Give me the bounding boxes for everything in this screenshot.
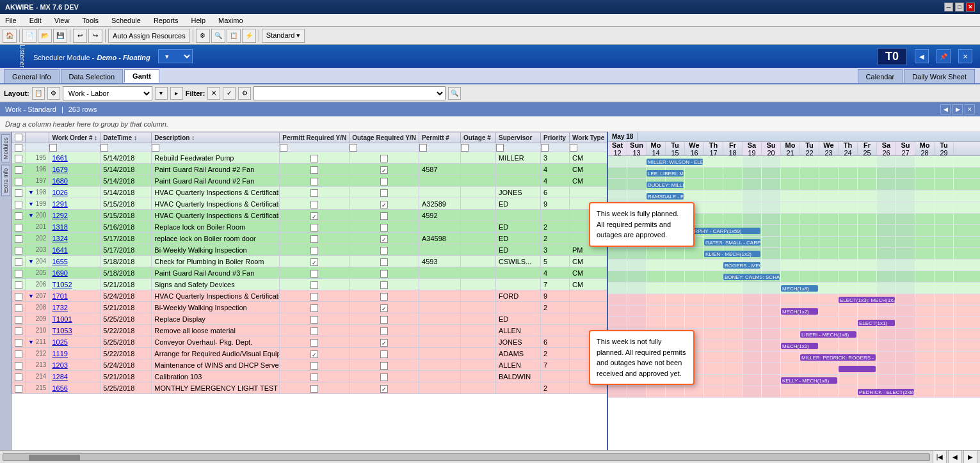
row-permit-req[interactable]: [280, 210, 349, 221]
outage-checkbox[interactable]: [380, 201, 388, 208]
row-checkbox[interactable]: [15, 235, 22, 243]
gantt-bar[interactable]: LIBERI - MECH(1x8): [800, 331, 856, 338]
table-row[interactable]: 213 1203 5/24/2018 Maintenance of WINS a…: [12, 359, 607, 371]
listener-tab[interactable]: Listener: [8, 45, 26, 68]
gantt-bar[interactable]: ROGERS - MECH(1x5): [723, 262, 760, 269]
extra-info-tab[interactable]: Extra Info: [1, 165, 10, 196]
row-outage-req[interactable]: [349, 198, 419, 210]
gantt-bar[interactable]: ELECT(1x1): [858, 320, 895, 326]
permit-checkbox[interactable]: [310, 327, 318, 335]
window-controls[interactable]: ─ □ ✕: [944, 3, 975, 12]
filter-icon3[interactable]: ⚙: [238, 87, 251, 100]
toolbar-redo[interactable]: ↪: [88, 29, 102, 43]
table-row[interactable]: 195 1661 5/14/2018 Rebuild Feedwater Pum…: [12, 152, 607, 164]
menu-help[interactable]: Help: [188, 15, 208, 26]
row-checkbox[interactable]: [15, 304, 22, 312]
filter-checkbox-supervisor[interactable]: [496, 144, 504, 152]
gantt-bar[interactable]: MILLER: WILSON - ELECT(1x10); MECH(1x20): [647, 159, 703, 165]
scroll-start[interactable]: |◀: [933, 450, 947, 464]
outage-checkbox[interactable]: [380, 270, 388, 278]
table-row[interactable]: 197 1680 5/14/2018 Paint Guard Rail Arou…: [12, 175, 607, 187]
row-outage-req[interactable]: [349, 244, 419, 256]
outage-checkbox[interactable]: [380, 235, 388, 243]
expand-btn[interactable]: ▼: [28, 201, 34, 207]
row-outage-req[interactable]: [349, 175, 419, 187]
filter-checkbox-permit[interactable]: [419, 144, 427, 152]
permit-checkbox[interactable]: [310, 189, 318, 197]
expand-btn[interactable]: ▼: [28, 258, 34, 265]
menu-maximo[interactable]: Maximo: [216, 15, 246, 26]
row-wo[interactable]: 1732: [49, 302, 100, 313]
row-wo[interactable]: T1001: [49, 313, 100, 325]
row-checkbox[interactable]: [15, 178, 22, 185]
filter-checkbox-outage[interactable]: [461, 144, 469, 152]
toolbar-home[interactable]: 🏠: [3, 29, 17, 43]
gantt-bar[interactable]: GATES: SMALL - CARP(2x2): [704, 239, 760, 246]
table-row[interactable]: 202 1324 5/17/2018 replace lock on Boile…: [12, 233, 607, 244]
permit-checkbox[interactable]: [310, 155, 318, 162]
layout-icon3[interactable]: ▾: [155, 87, 168, 100]
table-row[interactable]: ▼ 207 1701 5/24/2018 HVAC Quarterly Insp…: [12, 290, 607, 302]
menu-edit[interactable]: Edit: [27, 15, 44, 26]
row-checkbox[interactable]: [15, 155, 22, 162]
row-wo[interactable]: T1052: [49, 279, 100, 290]
row-checkbox[interactable]: [15, 281, 22, 289]
col-outage[interactable]: Outage #: [461, 132, 496, 143]
layout-icon4[interactable]: ▸: [170, 87, 183, 100]
row-permit-req[interactable]: [280, 290, 349, 302]
gantt-bar[interactable]: [839, 366, 876, 372]
row-outage-req[interactable]: [349, 187, 419, 198]
row-permit-req[interactable]: [280, 313, 349, 325]
col-date[interactable]: DateTime ↕: [100, 132, 152, 143]
row-permit-req[interactable]: [280, 152, 349, 164]
row-checkbox[interactable]: [15, 339, 22, 347]
expand-btn[interactable]: ▼: [28, 189, 34, 196]
filter-checkbox-wo[interactable]: [49, 144, 57, 152]
tab-general-info[interactable]: General Info: [4, 69, 60, 83]
table-row[interactable]: 215 1656 5/25/2018 MONTHLY EMERGENCY LIG…: [12, 382, 607, 394]
row-checkbox[interactable]: [15, 385, 22, 393]
row-wo[interactable]: 1292: [49, 210, 100, 221]
table-row[interactable]: 212 1119 5/22/2018 Arrange for Required …: [12, 348, 607, 359]
row-permit-req[interactable]: [280, 256, 349, 267]
menu-reports[interactable]: Reports: [151, 15, 181, 26]
modules-tab[interactable]: Modules: [1, 134, 10, 162]
wb-icon2[interactable]: ▶: [952, 104, 963, 114]
outage-checkbox[interactable]: [380, 339, 388, 347]
gantt-bar[interactable]: MECH(1x2): [781, 343, 818, 349]
menu-schedule[interactable]: Schedule: [109, 15, 143, 26]
row-permit-req[interactable]: [280, 279, 349, 290]
filter-checkbox-desc[interactable]: [152, 144, 159, 152]
row-outage-req[interactable]: [349, 267, 419, 279]
row-permit-req[interactable]: [280, 371, 349, 382]
row-checkbox[interactable]: [15, 350, 22, 358]
col-outage-req[interactable]: Outage Required Y/N: [349, 132, 419, 143]
row-wo[interactable]: 1661: [49, 152, 100, 164]
header-checkbox[interactable]: [15, 134, 22, 141]
menu-tools[interactable]: Tools: [79, 15, 101, 26]
row-outage-req[interactable]: [349, 371, 419, 382]
gantt-bar[interactable]: MECH(1x8): [781, 285, 818, 292]
row-outage-req[interactable]: [349, 221, 419, 233]
permit-checkbox[interactable]: [310, 362, 318, 370]
row-wo[interactable]: 1318: [49, 221, 100, 233]
outage-checkbox[interactable]: [380, 281, 388, 289]
row-outage-req[interactable]: [349, 210, 419, 221]
gantt-bar[interactable]: BONEY: CALMS: SCHAFER: SMALL - CARP(1x8)…: [723, 274, 780, 280]
row-wo[interactable]: 1203: [49, 359, 100, 371]
table-row[interactable]: ▼ 204 1655 5/18/2018 Check for Plumbing …: [12, 256, 607, 267]
row-permit-req[interactable]: [280, 221, 349, 233]
layout-icon2[interactable]: ⚙: [47, 87, 60, 100]
gantt-bar[interactable]: PEDRICK - ELECT(2x8): [858, 389, 914, 395]
gantt-bar[interactable]: RAMSDALE - ELECT(1x1.5): MECH(1x1.5): [647, 193, 684, 200]
permit-checkbox[interactable]: [310, 224, 318, 231]
col-wo[interactable]: Work Order # ↕: [49, 132, 100, 143]
row-permit-req[interactable]: [280, 164, 349, 175]
gantt-bar[interactable]: LEE: LIBERI: MILLER: PEDRICK - ELECT(4x4…: [647, 170, 684, 177]
row-outage-req[interactable]: [349, 348, 419, 359]
table-row[interactable]: 208 1732 5/21/2018 Bi-Weekly Walking Ins…: [12, 302, 607, 313]
outage-checkbox[interactable]: [380, 350, 388, 358]
scroll-next[interactable]: ▶: [963, 450, 977, 464]
outage-checkbox[interactable]: [380, 224, 388, 231]
outage-checkbox[interactable]: [380, 362, 388, 370]
